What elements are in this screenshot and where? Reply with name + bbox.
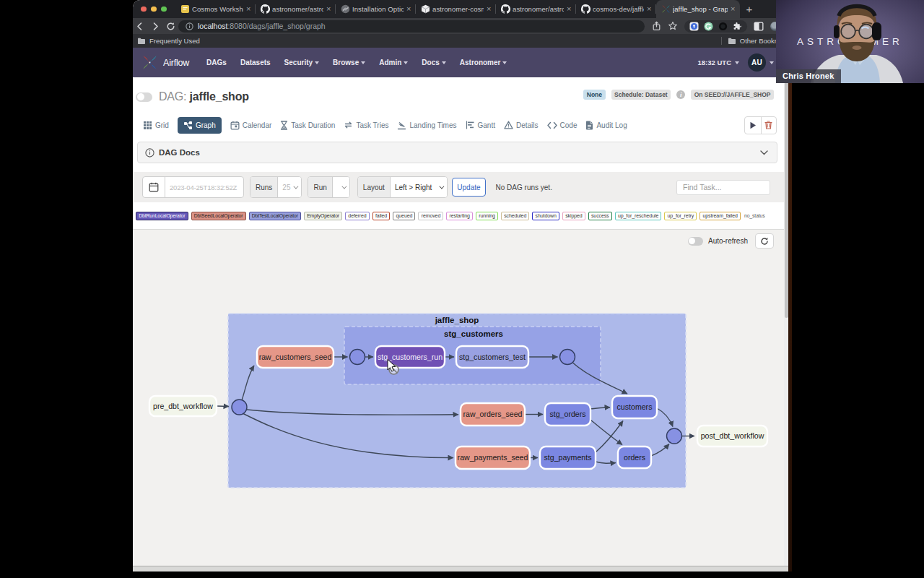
bookmark-folder-frequently-used[interactable]: Frequently Used (137, 37, 200, 45)
browser-tab[interactable]: Cosmos Workshop× (175, 0, 256, 18)
airflow-brand[interactable]: Airflow (141, 54, 189, 71)
nav-item-astronomer[interactable]: Astronomer (460, 59, 507, 66)
task-node-raw_orders_seed[interactable]: raw_orders_seed (461, 403, 525, 426)
details-icon (504, 121, 513, 129)
clock-label[interactable]: 18:32 UTC (698, 59, 731, 66)
task-node-pre_dbt_workflow[interactable]: pre_dbt_workflow (149, 396, 217, 416)
legend-status-deferred: deferred (345, 212, 370, 220)
tab-close-icon[interactable]: × (406, 5, 411, 13)
password-extension-icon[interactable] (689, 22, 699, 31)
grammarly-extension-icon[interactable] (704, 22, 713, 31)
browser-tab[interactable]: cosmos-dev/jaffle_× (576, 0, 656, 18)
nav-item-docs[interactable]: Docs (422, 59, 445, 66)
gantt-icon (466, 121, 475, 129)
nav-item-dags[interactable]: DAGs (206, 59, 227, 66)
dark-extension-icon[interactable] (718, 22, 728, 31)
task-node-orders[interactable]: orders (618, 447, 651, 468)
schedule-badge[interactable]: Schedule: Dataset (611, 90, 671, 100)
find-task-input[interactable]: Find Task... (676, 180, 770, 195)
tab-code[interactable]: Code (547, 121, 578, 129)
back-icon[interactable] (135, 22, 144, 31)
legend-operator-DbtSeedLocalOperator: DbtSeedLocalOperator (191, 212, 246, 220)
update-button[interactable]: Update (452, 178, 485, 197)
delete-dag-button[interactable] (761, 117, 777, 134)
run-select[interactable] (333, 177, 349, 197)
new-tab-button[interactable]: + (746, 3, 753, 15)
browser-tab[interactable]: astronomer-cosmo× (416, 0, 496, 18)
tab-close-icon[interactable]: × (486, 5, 492, 13)
browser-window: Cosmos Workshop×astronomer/astron×Instal… (133, 0, 788, 571)
browser-tab[interactable]: astronomer/astron× (496, 0, 576, 18)
base-date-group: 2023-04-25T18:32:52Z (142, 176, 244, 198)
bookmarks-bar: Frequently Used Other Bookma (133, 34, 788, 48)
task-node-raw_customers_seed[interactable]: raw_customers_seed (257, 346, 334, 368)
task-node-raw_payments_seed[interactable]: raw_payments_seed (456, 447, 530, 469)
task-node-stg_customers_test[interactable]: stg_customers_test (456, 346, 528, 368)
minimize-window-button[interactable] (151, 7, 157, 12)
zoom-window-button[interactable] (161, 7, 167, 12)
join-node-0[interactable] (232, 400, 247, 415)
tab-grid[interactable]: Grid (143, 121, 169, 130)
dag-title: DAG: jaffle_shop (159, 90, 249, 103)
legend-status-running: running (476, 212, 498, 220)
forward-icon[interactable] (151, 22, 160, 31)
tab-task-duration[interactable]: Task Duration (280, 121, 335, 130)
calendar-button[interactable] (143, 177, 165, 197)
tab-task-tries[interactable]: Task Tries (344, 121, 388, 129)
bookmark-label: Frequently Used (149, 37, 200, 45)
tab-landing-times[interactable]: Landing Times (397, 121, 456, 130)
tab-close-icon[interactable]: × (326, 5, 331, 13)
tab-details[interactable]: Details (504, 121, 539, 129)
legend-status-skipped: skipped (562, 212, 585, 220)
calendar-icon (230, 121, 240, 130)
browser-tab[interactable]: Installation Options× (336, 0, 416, 18)
nav-item-browse[interactable]: Browse (333, 59, 365, 66)
sidebar-icon[interactable] (754, 22, 764, 31)
site-info-icon[interactable] (186, 22, 193, 30)
task-node-stg_orders[interactable]: stg_orders (545, 403, 590, 426)
num-runs-group: Runs 25 (250, 176, 302, 198)
join-node-3[interactable] (667, 428, 682, 444)
address-bar[interactable]: localhost:8080/dags/jaffle_shop/graph (178, 20, 645, 33)
dataset-badge[interactable]: On SEED://JAFFLE_SHOP (691, 90, 774, 100)
nav-item-security[interactable]: Security (284, 59, 319, 66)
dag-pause-toggle[interactable] (136, 92, 152, 102)
browser-tab[interactable]: jaffle_shop - Grap× (656, 0, 740, 18)
nav-item-admin[interactable]: Admin (379, 59, 408, 66)
tab-close-icon[interactable]: × (730, 5, 736, 13)
url-text: localhost:8080/dags/jaffle_shop/graph (198, 22, 326, 30)
nav-item-datasets[interactable]: Datasets (240, 59, 271, 66)
tab-calendar[interactable]: Calendar (230, 121, 272, 130)
tab-close-icon[interactable]: × (245, 5, 251, 13)
tab-gantt[interactable]: Gantt (466, 121, 495, 129)
runs-select[interactable]: 25 (278, 177, 301, 197)
join-node-2[interactable] (560, 350, 575, 365)
task-node-post_dbt_workflow[interactable]: post_dbt_workflow (697, 426, 767, 447)
share-icon[interactable] (652, 21, 661, 31)
layout-select[interactable]: Left > Right (391, 177, 447, 197)
join-node-1[interactable] (350, 350, 365, 365)
browser-tabs: Cosmos Workshop×astronomer/astron×Instal… (175, 0, 740, 18)
tab-audit-log[interactable]: Audit Log (585, 121, 627, 130)
trash-icon (764, 121, 772, 129)
tab-close-icon[interactable]: × (646, 5, 652, 13)
task-node-stg_payments[interactable]: stg_payments (540, 447, 596, 469)
task-label: orders (624, 453, 645, 462)
extensions-puzzle-icon[interactable] (733, 22, 742, 31)
tab-close-icon[interactable]: × (566, 5, 572, 13)
reload-icon[interactable] (166, 22, 175, 31)
schedule-info-icon[interactable]: i (676, 90, 685, 99)
close-window-button[interactable] (141, 7, 147, 12)
scrollbar-thumb[interactable] (785, 49, 788, 318)
dag-docs-accordion[interactable]: DAG Docs (137, 142, 777, 163)
browser-tab[interactable]: astronomer/astron× (256, 0, 336, 18)
user-avatar[interactable]: AU (748, 53, 766, 72)
layout-group: Layout Left > Right (357, 176, 448, 198)
base-date-input[interactable]: 2023-04-25T18:32:52Z (165, 177, 243, 197)
task-node-customers[interactable]: customers (612, 396, 657, 418)
task-node-stg_customers_run[interactable]: stg_customers_run (375, 346, 445, 368)
tab-graph[interactable]: Graph (178, 117, 222, 134)
graph-icon (183, 121, 193, 130)
bookmark-star-icon[interactable] (668, 21, 678, 31)
trigger-dag-button[interactable] (745, 117, 761, 134)
